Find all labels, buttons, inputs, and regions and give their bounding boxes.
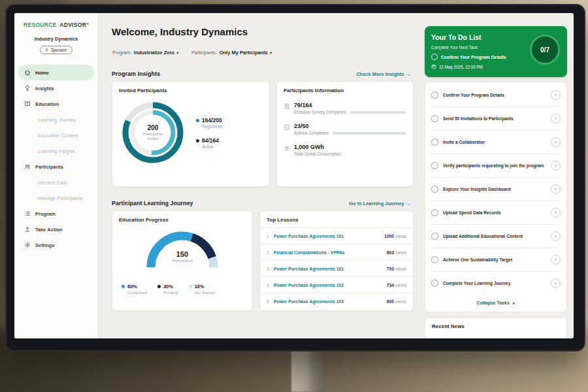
chevron-right-icon[interactable]: › — [551, 114, 561, 123]
lesson-views-unit: views — [395, 283, 406, 287]
gauge-legend: 60% Completed 30% Pending — [122, 284, 248, 303]
checkbox-circle-icon[interactable] — [431, 162, 438, 169]
lesson-views-unit: views — [395, 234, 406, 238]
sidebar-item-program[interactable]: Program — [14, 206, 98, 221]
checkbox-circle-icon[interactable] — [431, 54, 438, 60]
participants-dropdown[interactable]: Participants: Only My Participants ▾ — [191, 50, 272, 56]
lesson-views-count: 793 — [387, 267, 394, 271]
lesson-title-link[interactable]: Power Purchase Agreements 102 — [274, 283, 387, 287]
task-row[interactable]: Upload Spend Data Records › — [431, 201, 561, 225]
gear-icon — [24, 242, 31, 248]
checkbox-circle-icon[interactable] — [431, 280, 438, 287]
task-label: Complete Your Learning Journey — [443, 280, 546, 286]
stat-global-consumption: 1,000 GWh Total Global Consumption — [277, 144, 413, 156]
sidebar: RESOURCE ADVISOR+ Industry Dynamics Spon… — [14, 13, 99, 338]
program-dropdown-value: Industrialize Zero — [134, 50, 174, 56]
task-row[interactable]: Upload Additional Educational Content › — [431, 225, 561, 248]
sidebar-item-take-action[interactable]: Take Action — [14, 221, 98, 237]
registered-label: Registered — [202, 124, 222, 129]
sidebar-item-general-data[interactable]: General Data — [14, 174, 98, 190]
chevron-right-icon[interactable]: › — [551, 278, 561, 288]
section-title: Program Insights — [112, 71, 160, 77]
chevron-right-icon[interactable]: › — [551, 137, 561, 147]
sidebar-item-participants[interactable]: Participants — [14, 159, 98, 174]
checkbox-circle-icon[interactable] — [431, 186, 438, 193]
legend-item-pending: 30% Pending — [157, 284, 178, 295]
lesson-title-link[interactable]: Power Purchase Agreements 101 — [274, 234, 384, 238]
chevron-right-icon[interactable]: › — [551, 255, 561, 265]
insights-card-row: Invited Participants 200 Participants In… — [112, 81, 414, 187]
checkbox-circle-icon[interactable] — [431, 115, 438, 122]
lesson-views-unit: views — [395, 299, 406, 304]
lesson-title-link[interactable]: Financial Considerations - VPPAs — [274, 250, 387, 255]
lesson-title-link[interactable]: Power Purchase Agreements 103 — [274, 299, 387, 304]
chevron-right-icon[interactable]: › — [551, 90, 561, 100]
link-label: Go to Learning Journey — [349, 201, 404, 206]
lesson-rank: 4 — [267, 283, 274, 287]
sidebar-item-home[interactable]: Home — [18, 65, 94, 80]
task-row[interactable]: Explore Your Insights Dashboard › — [431, 178, 561, 201]
collapse-tasks-link[interactable]: Collapse Tasks∧ — [431, 295, 561, 310]
task-row[interactable]: Verify participants requesting to join t… — [431, 154, 561, 178]
sidebar-item-insights[interactable]: Insights — [14, 80, 98, 96]
lesson-rank: 5 — [267, 299, 274, 304]
lightbulb-icon — [24, 85, 31, 91]
progress-bar — [350, 111, 406, 114]
task-row[interactable]: Confirm Your Program Details › — [431, 84, 561, 107]
task-row[interactable]: Complete Your Learning Journey › — [431, 272, 561, 295]
lesson-row[interactable]: 2 Financial Considerations - VPPAs 803 v… — [260, 244, 413, 261]
person-icon — [44, 48, 49, 52]
checkbox-circle-icon[interactable] — [431, 233, 438, 240]
chevron-right-icon[interactable]: › — [551, 231, 561, 241]
lesson-row[interactable]: 1 Power Purchase Agreements 101 1000 vie… — [260, 228, 413, 244]
sidebar-item-education-content[interactable]: Education Content — [14, 127, 98, 143]
sidebar-item-education[interactable]: Education — [14, 96, 98, 112]
lesson-row[interactable]: 4 Power Purchase Agreements 102 734 view… — [260, 277, 413, 293]
task-row[interactable]: Send 50 Invitations to Participants › — [431, 107, 561, 131]
sidebar-item-label: Learning Journey — [38, 117, 76, 123]
chevron-right-icon[interactable]: › — [551, 184, 561, 194]
section-title: Participant Learning Journey — [112, 200, 193, 206]
pending-label: Pending — [163, 290, 178, 295]
chevron-up-icon: ∧ — [512, 301, 515, 305]
active-label: Active — [202, 144, 222, 149]
todo-summary-card: Your To Do List 0/7 Complete Your Next T… — [425, 26, 567, 77]
todo-progress-badge: 0/7 — [530, 35, 560, 65]
stat-label: Total Global Consumption — [294, 152, 341, 156]
go-to-learning-journey-link[interactable]: Go to Learning Journey→ — [349, 201, 411, 206]
card-title: Education Progress — [112, 211, 252, 223]
sidebar-item-label: General Data — [38, 180, 67, 186]
not-started-pct: 10% — [195, 284, 204, 289]
lesson-rank: 1 — [267, 234, 274, 238]
sidebar-item-learning-journey[interactable]: Learning Journey — [14, 112, 98, 127]
check-more-insights-link[interactable]: Check More Insights→ — [356, 71, 411, 77]
dashboard-screen: RESOURCE ADVISOR+ Industry Dynamics Spon… — [14, 13, 574, 338]
lesson-row[interactable]: 3 Power Purchase Agreements 101 793 view… — [260, 261, 413, 277]
task-row[interactable]: Achieve One Sustainability Target › — [431, 248, 561, 272]
task-row[interactable]: Invite a Collaborator › — [431, 131, 561, 154]
program-dropdown[interactable]: Program: Industrialize Zero ▾ — [112, 50, 178, 56]
arrow-up-action-icon — [24, 226, 31, 233]
task-label: Confirm Your Program Details — [443, 92, 546, 98]
sidebar-item-manage-participants[interactable]: Manage Participants — [14, 190, 98, 206]
chevron-right-icon[interactable]: › — [551, 208, 561, 218]
stat-value: 79/164 — [294, 102, 406, 108]
chevron-right-icon[interactable]: › — [551, 161, 561, 171]
checkbox-circle-icon[interactable] — [431, 91, 438, 99]
donut-legend: 164/200 Registered 84/164 Active — [196, 117, 222, 157]
sidebar-nav: Home Insights Education Learning Journey… — [14, 65, 98, 253]
participants-information-card: Participants Information 79/164 Emission… — [276, 81, 414, 187]
lesson-title-link[interactable]: Power Purchase Agreements 101 — [274, 267, 387, 271]
not-started-label: Not Started — [195, 290, 215, 295]
legend-dot — [189, 285, 192, 288]
sidebar-item-learning-insights[interactable]: Learning Insights — [14, 143, 98, 159]
sidebar-item-label: Education Content — [38, 133, 78, 139]
checkbox-circle-icon[interactable] — [431, 209, 438, 216]
sidebar-item-settings[interactable]: Settings — [14, 237, 98, 253]
checkbox-circle-icon[interactable] — [431, 256, 438, 263]
arrow-right-icon: → — [406, 71, 412, 77]
logo-text-resource: RESOURCE — [24, 22, 57, 28]
checkbox-circle-icon[interactable] — [431, 139, 438, 146]
app-logo: RESOURCE ADVISOR+ — [14, 13, 98, 28]
lesson-row[interactable]: 5 Power Purchase Agreements 103 600 view… — [260, 293, 413, 309]
